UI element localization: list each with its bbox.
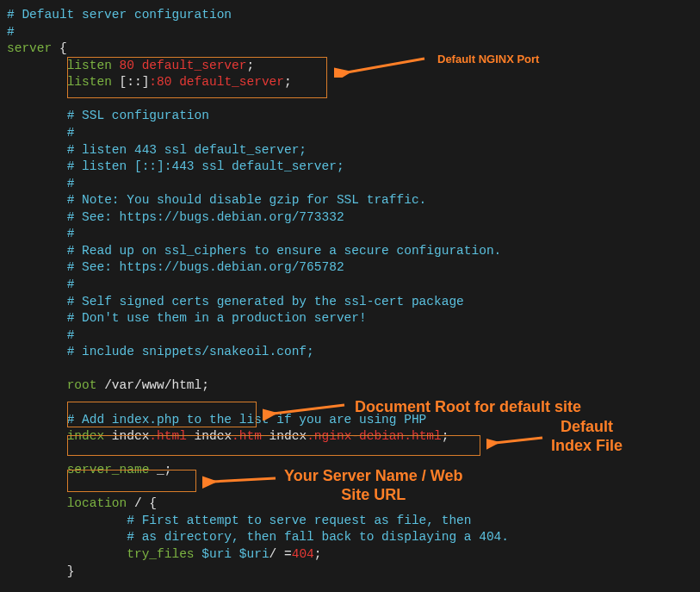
comment-line: # include snippets/snakeoil.conf; <box>67 345 314 358</box>
comment-line: # <box>7 25 15 39</box>
default-server: default_server <box>179 75 284 89</box>
comment-line: # Note: You should disable gzip for SSL … <box>67 193 427 207</box>
comment-line: # Don't use them in a production server! <box>67 311 367 325</box>
root-keyword: root <box>67 378 97 392</box>
comment-line: # as directory, then fall back to displa… <box>127 530 509 544</box>
comment-line: # See: https://bugs.debian.org/765782 <box>67 260 344 274</box>
server-name-keyword: server_name <box>67 463 150 477</box>
comment-line: # SSL configuration <box>67 109 209 122</box>
index-keyword: index <box>67 429 105 443</box>
comment-line: # listen 443 ssl default_server; <box>67 143 307 157</box>
error-code: 404 <box>292 547 314 561</box>
comment-line: # See: https://bugs.debian.org/773332 <box>67 210 344 224</box>
server-name-value: _ <box>149 463 164 477</box>
listen-keyword: listen <box>67 59 112 72</box>
annotation-doc-root: Document Root for default site <box>355 396 581 417</box>
comment-line: # <box>67 126 75 140</box>
default-server: default_server <box>142 59 247 72</box>
listen-keyword: listen <box>67 75 112 89</box>
comment-line: # listen [::]:443 ssl default_server; <box>67 159 344 173</box>
annotation-nginx-port: Default NGINX Port <box>437 52 539 67</box>
comment-line: # First attempt to serve request as file… <box>127 514 471 527</box>
comment-line: # Self signed certs generated by the ssl… <box>67 295 464 308</box>
location-keyword: location <box>67 496 127 510</box>
comment-line: # <box>67 277 75 291</box>
comment-line: # Default server configuration <box>7 8 232 22</box>
server-keyword: server <box>7 41 52 55</box>
comment-line: # Read up on ssl_ciphers to ensure a sec… <box>67 244 502 258</box>
annotation-server-name: Your Server Name / WebSite URL <box>284 467 462 504</box>
port-number: 80 <box>120 59 134 72</box>
root-path: /var/www/html <box>96 378 201 392</box>
try-files-keyword: try_files <box>127 547 194 561</box>
comment-line: # <box>67 177 75 190</box>
annotation-index-file: DefaultIndex File <box>551 418 623 455</box>
comment-line: # <box>67 328 75 342</box>
comment-line: # <box>67 227 75 240</box>
